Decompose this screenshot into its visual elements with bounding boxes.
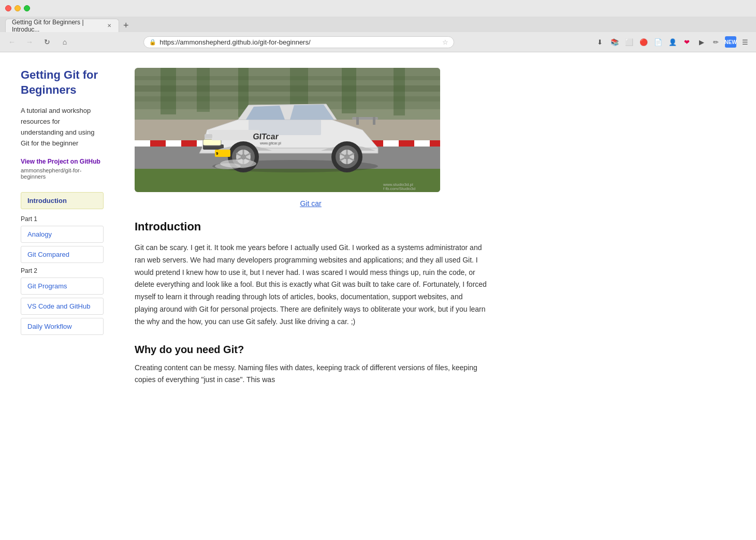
pocket-icon[interactable]: ❤ [681, 36, 693, 48]
svg-rect-7 [197, 68, 210, 112]
new-tab-button[interactable]: + [119, 19, 133, 32]
refresh-button[interactable]: ↻ [40, 35, 54, 49]
svg-rect-29 [373, 117, 375, 125]
part2-label: Part 2 [21, 267, 104, 274]
image-caption-link[interactable]: Git car [300, 199, 321, 208]
security-icon: 🔒 [149, 39, 156, 46]
new-badge[interactable]: NEW [725, 36, 736, 48]
bookmark-icon[interactable]: ☆ [442, 38, 448, 46]
svg-text:9: 9 [216, 151, 219, 156]
nav-section-intro: Introduction [21, 192, 104, 209]
nav-item-git-programs[interactable]: Git Programs [21, 278, 104, 295]
why-heading: Why do you need Git? [135, 344, 487, 356]
pen-icon[interactable]: ✏ [710, 36, 722, 48]
nav-item-daily-workflow[interactable]: Daily Workflow [21, 318, 104, 335]
page-wrapper: Getting Git for Beginners A tutorial and… [0, 52, 756, 540]
avatar-icon[interactable]: 👤 [667, 36, 678, 48]
svg-rect-52 [205, 134, 212, 138]
nav-item-vscode-github[interactable]: VS Code and GitHub [21, 298, 104, 315]
car-scene: GITcar www.gitcar.pl 9 www.studio3d.pl f… [135, 68, 440, 192]
svg-rect-15 [166, 140, 181, 147]
title-bar [0, 0, 756, 17]
svg-text:GITcar: GITcar [253, 132, 279, 141]
back-button[interactable]: ← [5, 35, 19, 49]
part1-label: Part 1 [21, 215, 104, 223]
intro-text: Git can be scary. I get it. It took me y… [135, 242, 487, 328]
why-text: Creating content can be messy. Naming fi… [135, 362, 487, 387]
svg-rect-9 [290, 68, 308, 109]
nav-section-part1: Part 1 Analogy Git Compared [21, 215, 104, 263]
nav-item-git-compared[interactable]: Git Compared [21, 246, 104, 263]
tab-title: Getting Git for Beginners | Introduc... [12, 19, 103, 33]
site-title: Getting Git for Beginners [21, 68, 104, 97]
hero-image-container: GITcar www.gitcar.pl 9 www.studio3d.pl f… [135, 68, 487, 192]
svg-rect-10 [342, 68, 356, 113]
svg-rect-23 [414, 140, 430, 147]
svg-text:f fb.com/Studio3d: f fb.com/Studio3d [383, 186, 415, 191]
tab-bar: Getting Git for Beginners | Introduc... … [0, 17, 756, 32]
browser-tab[interactable]: Getting Git for Beginners | Introduc... … [5, 19, 119, 32]
addon-icon[interactable]: 🔴 [638, 36, 649, 48]
github-link[interactable]: View the Project on GitHub [21, 158, 104, 165]
main-content: GITcar www.gitcar.pl 9 www.studio3d.pl f… [114, 52, 518, 540]
download-icon[interactable]: ⬇ [594, 36, 606, 48]
sidebar: Getting Git for Beginners A tutorial and… [0, 52, 114, 540]
url-text: https://ammonshepherd.github.io/git-for-… [159, 38, 439, 46]
site-description: A tutorial and workshop resources for un… [21, 106, 104, 149]
tablet-icon[interactable]: ⬜ [623, 36, 635, 48]
svg-text:www.gitcar.pl: www.gitcar.pl [259, 141, 281, 145]
svg-rect-6 [161, 68, 176, 114]
url-bar[interactable]: 🔒 https://ammonshepherd.github.io/git-fo… [143, 36, 454, 48]
container-icon[interactable]: 📄 [652, 36, 664, 48]
nav-section-part2: Part 2 Git Programs VS Code and GitHub D… [21, 267, 104, 335]
nav-item-introduction[interactable]: Introduction [21, 192, 104, 209]
maximize-button[interactable] [24, 5, 30, 11]
close-button[interactable] [5, 5, 11, 11]
image-caption[interactable]: Git car [135, 199, 487, 208]
svg-point-47 [215, 163, 241, 169]
forward-button[interactable]: → [23, 35, 36, 49]
tab-close-button[interactable]: ✕ [106, 22, 112, 30]
browser-toolbar-right: ⬇ 📚 ⬜ 🔴 📄 👤 ❤ ▶ ✏ NEW ☰ [594, 36, 751, 48]
minimize-button[interactable] [14, 5, 21, 11]
video-icon[interactable]: ▶ [696, 36, 707, 48]
github-repo-path: ammonshepherd/git-for-beginners [21, 167, 104, 180]
library-icon[interactable]: 📚 [609, 36, 620, 48]
address-bar: ← → ↻ ⌂ 🔒 https://ammonshepherd.github.i… [0, 32, 756, 52]
intro-heading: Introduction [135, 220, 487, 233]
svg-rect-14 [135, 140, 150, 147]
svg-rect-11 [394, 68, 405, 115]
svg-rect-22 [383, 140, 399, 147]
nav-item-analogy[interactable]: Analogy [21, 226, 104, 243]
svg-rect-28 [356, 117, 359, 125]
home-button[interactable]: ⌂ [58, 35, 71, 49]
menu-button[interactable]: ☰ [739, 36, 751, 48]
traffic-lights [5, 5, 30, 11]
browser-chrome: Getting Git for Beginners | Introduc... … [0, 0, 756, 52]
